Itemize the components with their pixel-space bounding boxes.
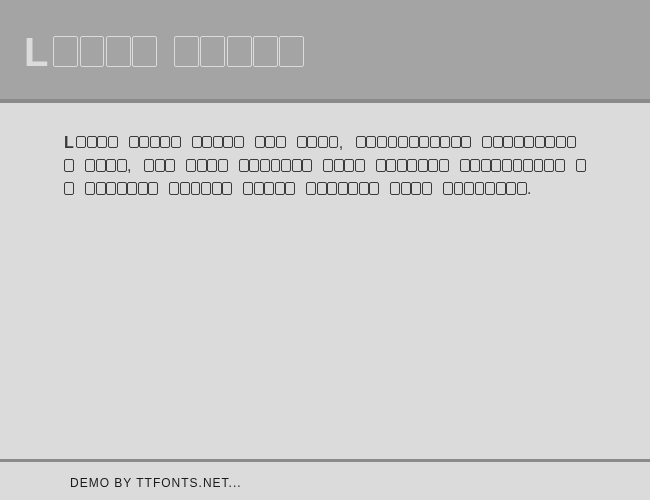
header: L <box>0 0 650 103</box>
content-area: L , , . <box>0 103 650 229</box>
footer-credit: Demo by ttfonts.net... <box>70 476 580 490</box>
footer: Demo by ttfonts.net... <box>0 459 650 500</box>
body-paragraph: L , , . <box>64 131 586 201</box>
page-title: L <box>24 30 626 75</box>
